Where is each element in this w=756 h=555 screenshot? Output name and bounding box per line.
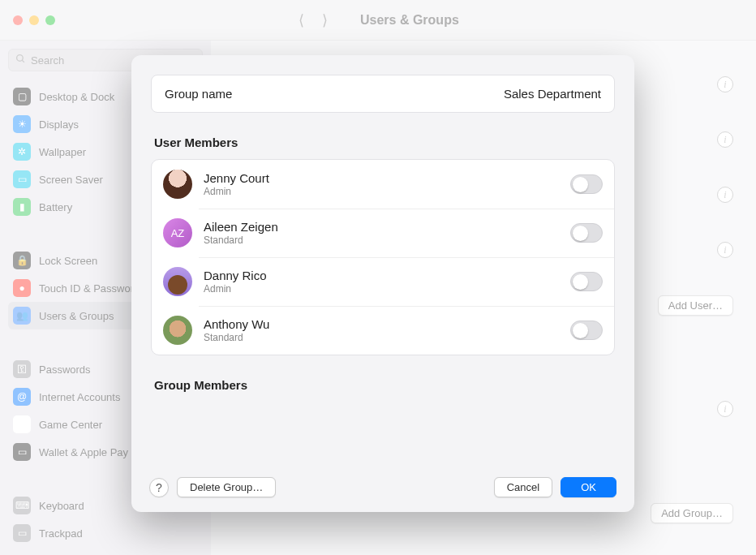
avatar	[163, 316, 192, 345]
member-role: Admin	[204, 283, 559, 295]
delete-group-button[interactable]: Delete Group…	[177, 477, 276, 497]
member-info: Anthony WuStandard	[204, 317, 559, 343]
help-button[interactable]: ?	[149, 478, 169, 497]
ok-button[interactable]: OK	[561, 477, 616, 497]
member-name: Jenny Court	[204, 171, 559, 185]
member-role: Standard	[204, 332, 559, 343]
group-members-heading: Group Members	[151, 378, 615, 392]
member-toggle[interactable]	[570, 174, 603, 194]
avatar	[163, 267, 192, 296]
member-name: Danny Rico	[204, 269, 559, 282]
member-toggle[interactable]	[570, 223, 603, 243]
user-members-heading: User Members	[151, 136, 615, 149]
avatar	[163, 170, 192, 199]
member-toggle[interactable]	[570, 321, 603, 340]
member-info: Danny RicoAdmin	[204, 269, 559, 295]
member-toggle[interactable]	[570, 272, 603, 291]
group-name-value: Sales Department	[504, 87, 601, 101]
window: ⟨ ⟩ Users & Groups ▢Desktop & Dock☀Displ…	[0, 0, 756, 555]
member-name: Aileen Zeigen	[204, 220, 559, 234]
group-name-label: Group name	[165, 87, 232, 101]
member-info: Aileen ZeigenStandard	[204, 220, 559, 246]
modal-footer: ? Delete Group… Cancel OK	[131, 466, 634, 512]
group-edit-modal: Group name Sales Department User Members…	[131, 55, 634, 512]
member-row: Danny RicoAdmin	[152, 257, 614, 306]
user-members-list: Jenny CourtAdminAZAileen ZeigenStandardD…	[151, 159, 615, 355]
group-name-field[interactable]: Group name Sales Department	[151, 75, 615, 113]
member-row: Jenny CourtAdmin	[152, 160, 614, 209]
member-role: Admin	[204, 186, 559, 197]
member-name: Anthony Wu	[204, 317, 559, 331]
member-role: Standard	[204, 234, 559, 246]
member-row: AZAileen ZeigenStandard	[152, 209, 614, 257]
cancel-button[interactable]: Cancel	[494, 477, 552, 497]
avatar: AZ	[163, 218, 192, 247]
member-info: Jenny CourtAdmin	[204, 171, 559, 197]
member-row: Anthony WuStandard	[152, 306, 614, 355]
